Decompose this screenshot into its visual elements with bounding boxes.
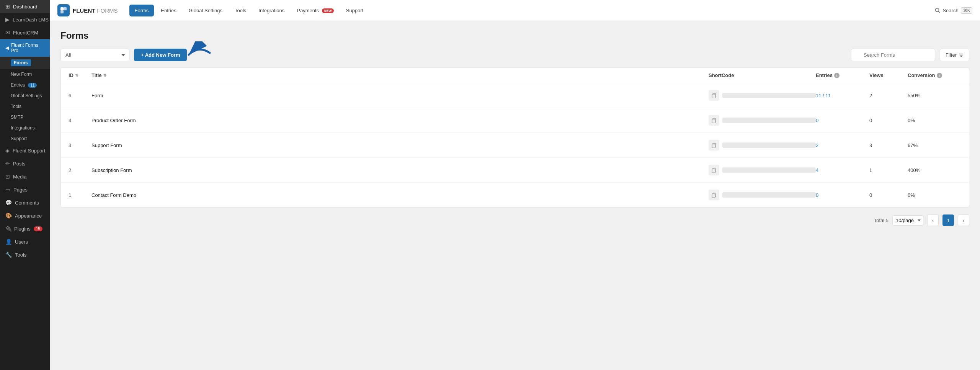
svg-rect-14 xyxy=(712,119,715,123)
sidebar-item-fluentcrm[interactable]: ✉ FluentCRM xyxy=(0,26,50,39)
row-entries[interactable]: 4 xyxy=(816,167,869,173)
nav-payments[interactable]: Payments new xyxy=(291,5,339,16)
sidebar-label-appearance: Appearance xyxy=(15,213,42,219)
sidebar-item-pages[interactable]: ▭ Pages xyxy=(0,183,50,196)
sidebar-label-dashboard: Dashboard xyxy=(13,4,38,10)
page-1-button[interactable]: 1 xyxy=(942,214,954,226)
fluentcrm-icon: ✉ xyxy=(5,29,10,36)
pages-icon: ▭ xyxy=(5,187,10,193)
sidebar-label-pages: Pages xyxy=(13,187,28,193)
search-button[interactable]: Search ⌘K xyxy=(935,7,972,14)
sidebar-label-fluentformspro: Fluent Forms Pro xyxy=(11,43,44,53)
row-entries[interactable]: 0 xyxy=(816,192,869,198)
entries-badge: 11 xyxy=(28,83,37,88)
id-sort-icon[interactable]: ⇅ xyxy=(75,73,78,77)
main-nav: Forms Entries Global Settings Tools Inte… xyxy=(129,5,935,16)
sidebar-item-fluentsupport[interactable]: ◈ Fluent Support xyxy=(0,144,50,157)
brand: FLUENT FORMS xyxy=(57,4,118,16)
sidebar-item-globalsettings[interactable]: Global Settings xyxy=(0,90,50,101)
sidebar-item-integrations[interactable]: Integrations xyxy=(0,123,50,133)
sidebar-item-dashboard[interactable]: ⊞ Dashboard xyxy=(0,0,50,13)
sidebar-label-entries: Entries xyxy=(11,82,25,88)
row-conversion: 0% xyxy=(908,192,961,198)
sidebar-label-newform: New Form xyxy=(11,72,32,77)
row-entries[interactable]: 2 xyxy=(816,142,869,148)
row-id: 6 xyxy=(69,93,91,98)
sidebar-label-tools2: Tools xyxy=(15,252,26,258)
brand-name: FLUENT FORMS xyxy=(73,7,118,14)
entries-info-icon[interactable]: i xyxy=(834,73,840,78)
row-conversion: 400% xyxy=(908,167,961,173)
sidebar-item-support[interactable]: Support xyxy=(0,133,50,144)
col-header-title: Title ⇅ xyxy=(91,72,709,78)
nav-support[interactable]: Support xyxy=(341,5,369,16)
search-label: Search xyxy=(942,8,958,13)
title-sort-icon[interactable]: ⇅ xyxy=(103,73,106,77)
sidebar-item-comments[interactable]: 💬 Comments xyxy=(0,196,50,209)
row-title[interactable]: Contact Form Demo xyxy=(91,192,709,198)
sidebar-item-plugins[interactable]: 🔌 Plugins 15 xyxy=(0,222,50,235)
sidebar-label-tools: Tools xyxy=(11,104,21,109)
prev-page-button[interactable]: ‹ xyxy=(927,214,939,226)
pagination-bar: Total 5 10/page 20/page 50/page ‹ 1 › xyxy=(60,214,969,226)
sidebar-label-users: Users xyxy=(15,239,28,245)
sidebar-item-smtp[interactable]: SMTP xyxy=(0,112,50,123)
copy-shortcode-icon[interactable] xyxy=(709,115,719,126)
sidebar-item-fluentformspro[interactable]: ◀ Fluent Forms Pro xyxy=(0,39,50,57)
sidebar-item-learndash[interactable]: ▶ LearnDash LMS xyxy=(0,13,50,26)
shortcode-cell xyxy=(709,140,816,151)
next-page-button[interactable]: › xyxy=(958,214,969,226)
table-row: 2 Subscription Form 4 1 400% xyxy=(61,158,969,183)
shortcode-cell xyxy=(709,90,816,101)
filter-dropdown[interactable]: All xyxy=(60,49,129,61)
filter-button[interactable]: Filter xyxy=(940,49,969,61)
nav-global-settings[interactable]: Global Settings xyxy=(183,5,228,16)
search-shortcut: ⌘K xyxy=(961,7,972,14)
row-conversion: 67% xyxy=(908,142,961,148)
row-title[interactable]: Product Order Form xyxy=(91,118,709,123)
sidebar-item-posts[interactable]: ✏ Posts xyxy=(0,157,50,170)
sidebar-item-media[interactable]: ⊡ Media xyxy=(0,170,50,183)
row-title[interactable]: Form xyxy=(91,93,709,98)
svg-rect-20 xyxy=(712,194,715,198)
row-entries[interactable]: 11 / 11 xyxy=(816,93,869,98)
row-conversion: 550% xyxy=(908,93,961,98)
table-row: 6 Form 11 / 11 2 550% xyxy=(61,83,969,108)
row-entries[interactable]: 0 xyxy=(816,118,869,123)
sidebar-item-newform[interactable]: New Form xyxy=(0,69,50,80)
nav-integrations[interactable]: Integrations xyxy=(253,5,290,16)
col-header-views: Views xyxy=(869,72,908,78)
row-views: 1 xyxy=(869,167,908,173)
sidebar-item-forms[interactable]: Forms xyxy=(0,57,50,69)
sidebar-label-learndash: LearnDash LMS xyxy=(13,17,49,23)
tools-icon: 🔧 xyxy=(5,252,12,258)
sidebar-item-appearance[interactable]: 🎨 Appearance xyxy=(0,209,50,222)
sidebar-item-tools2[interactable]: 🔧 Tools xyxy=(0,248,50,261)
svg-rect-2 xyxy=(60,10,64,13)
copy-shortcode-icon[interactable] xyxy=(709,140,719,151)
copy-shortcode-icon[interactable] xyxy=(709,165,719,175)
nav-entries[interactable]: Entries xyxy=(155,5,181,16)
shortcode-cell xyxy=(709,115,816,126)
svg-rect-18 xyxy=(712,169,715,173)
sidebar-item-users[interactable]: 👤 Users xyxy=(0,235,50,248)
search-forms-input[interactable] xyxy=(851,49,935,61)
conversion-info-icon[interactable]: i xyxy=(937,73,942,78)
shortcode-bar xyxy=(722,93,816,98)
nav-tools[interactable]: Tools xyxy=(229,5,252,16)
sidebar-item-entries[interactable]: Entries 11 xyxy=(0,80,50,90)
page-size-select[interactable]: 10/page 20/page 50/page xyxy=(892,215,923,226)
svg-rect-1 xyxy=(64,7,67,10)
comments-icon: 💬 xyxy=(5,200,12,206)
row-title[interactable]: Support Form xyxy=(91,142,709,148)
row-views: 2 xyxy=(869,93,908,98)
sidebar-label-posts: Posts xyxy=(13,161,26,167)
table-row: 3 Support Form 2 3 67% xyxy=(61,133,969,158)
nav-forms[interactable]: Forms xyxy=(129,5,154,16)
shortcode-bar xyxy=(722,118,816,123)
copy-shortcode-icon[interactable] xyxy=(709,90,719,101)
row-title[interactable]: Subscription Form xyxy=(91,167,709,173)
sidebar-item-tools[interactable]: Tools xyxy=(0,101,50,112)
add-new-form-button[interactable]: + Add New Form xyxy=(134,49,187,61)
copy-shortcode-icon[interactable] xyxy=(709,190,719,200)
